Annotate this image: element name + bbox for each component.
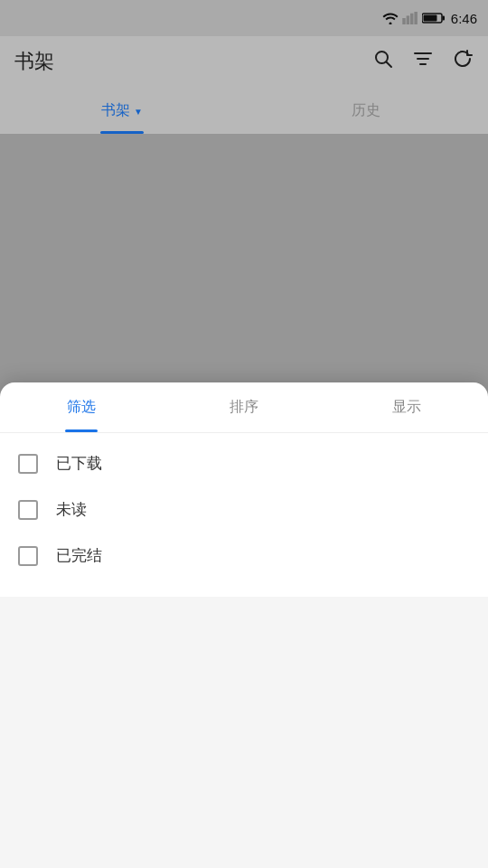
wifi-icon: [382, 12, 399, 24]
dropdown-arrow: ▼: [134, 107, 143, 117]
tab-history-label: 历史: [352, 101, 380, 120]
sheet-bottom-space: [0, 597, 488, 868]
filter-label-finished: 已完结: [56, 545, 102, 566]
svg-rect-3: [414, 12, 418, 24]
filter-option-unread[interactable]: 未读: [0, 486, 488, 533]
time-display: 6:46: [451, 11, 477, 26]
app-title: 书架: [14, 48, 372, 75]
filter-option-downloaded[interactable]: 已下载: [0, 440, 488, 486]
filter-label-downloaded: 已下载: [56, 453, 102, 474]
tab-bookshelf[interactable]: 书架▼: [0, 87, 244, 134]
filter-label-unread: 未读: [56, 499, 87, 520]
filter-options: 已下载 未读 已完结: [0, 433, 488, 597]
app-bar-actions: [372, 48, 474, 75]
tab-history[interactable]: 历史: [244, 87, 488, 134]
tab-bookshelf-label: 书架▼: [101, 101, 143, 120]
sheet-tab-filter-label: 筛选: [67, 398, 96, 417]
sheet-tabs: 筛选 排序 显示: [0, 382, 488, 433]
status-bar: 6:46: [0, 0, 488, 36]
svg-line-8: [387, 62, 392, 68]
filter-icon[interactable]: [412, 48, 434, 75]
refresh-icon[interactable]: [452, 48, 474, 75]
checkbox-downloaded[interactable]: [18, 454, 38, 474]
checkbox-unread[interactable]: [18, 500, 38, 520]
svg-rect-5: [442, 16, 445, 21]
main-content-area: [0, 134, 488, 315]
signal-icon: [402, 12, 418, 24]
svg-rect-2: [410, 14, 414, 24]
sheet-tab-sort[interactable]: 排序: [163, 382, 325, 432]
tab-bookshelf-indicator: [100, 131, 144, 134]
sheet-tab-filter[interactable]: 筛选: [0, 382, 163, 432]
bottom-sheet: 筛选 排序 显示 已下载 未读 已完结: [0, 382, 488, 868]
svg-rect-0: [402, 18, 406, 24]
sheet-tab-filter-indicator: [65, 429, 98, 432]
checkbox-finished[interactable]: [18, 546, 38, 566]
svg-rect-6: [423, 15, 436, 22]
sheet-tab-display[interactable]: 显示: [325, 382, 488, 432]
svg-rect-1: [406, 15, 409, 24]
app-bar: 书架: [0, 36, 488, 87]
sheet-tab-sort-label: 排序: [230, 398, 258, 417]
filter-option-finished[interactable]: 已完结: [0, 533, 488, 579]
status-icons: [382, 12, 446, 24]
search-icon[interactable]: [372, 48, 394, 75]
sheet-tab-display-label: 显示: [392, 398, 421, 417]
battery-icon: [422, 12, 446, 24]
main-tabs: 书架▼ 历史: [0, 87, 488, 134]
